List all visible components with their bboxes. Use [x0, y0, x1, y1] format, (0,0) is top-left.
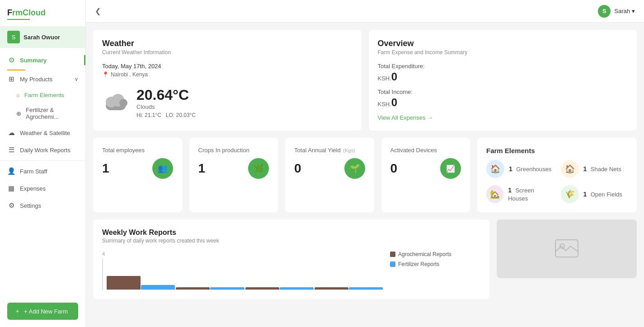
screen-houses-info: 1 Screen Houses: [508, 186, 553, 202]
sidebar-nav: ⊙ Summary ⊞ My Products ∨ ⌂ Farm Element…: [0, 50, 85, 297]
chart-area: 4: [102, 251, 383, 290]
farm-staff-icon: 👤: [7, 167, 15, 175]
sidebar-item-my-products[interactable]: ⊞ My Products ∨: [0, 70, 85, 88]
main-content: ❮ S Sarah ▾ Weather Current Weather Info…: [86, 0, 644, 327]
sidebar-item-label-farm-elements: Farm Elements: [24, 92, 64, 98]
sidebar-item-label-expenses: Expenses: [20, 185, 46, 192]
stat-value-crops: 1: [198, 161, 206, 176]
bar-thu-agro: [315, 287, 348, 290]
user-dropdown[interactable]: Sarah ▾: [614, 8, 635, 14]
chart-bar-group: [107, 276, 383, 290]
weather-info: 20.64°C Clouds Hi: 21.1°C LO: 20.03°C: [136, 87, 196, 118]
stat-icon-crops: 🌿: [248, 158, 269, 179]
stat-value-employees: 1: [102, 161, 109, 176]
chart-bars: [107, 276, 383, 290]
screen-houses-label: Screen Houses: [508, 187, 534, 202]
legend-dot-agro: [390, 252, 395, 257]
bar-thu-fert: [349, 287, 383, 290]
sidebar-item-fertilizer[interactable]: ⊕ Fertilizer & Agrochemi...: [0, 103, 85, 124]
farm-element-open-fields: 🌾 1 Open Fields: [561, 185, 628, 203]
farm-elements-title: Farm Elements: [486, 147, 628, 154]
overview-title: Overview: [378, 39, 628, 48]
overview-card: Overview Farm Expense and Income Summary…: [369, 30, 637, 131]
stat-card-yield: Total Annual Yield (Kgs) 0 🌱: [285, 138, 374, 212]
bar-tue-agro: [176, 287, 210, 290]
sidebar-collapse-button[interactable]: ❮: [95, 7, 101, 15]
add-farm-plus-icon: ＋: [14, 307, 20, 315]
sidebar-item-label-fertilizer: Fertilizer & Agrochemi...: [26, 107, 78, 120]
sidebar-item-label-daily-reports: Daily Work Reports: [20, 147, 71, 154]
sidebar-item-farm-staff[interactable]: 👤 Farm Staff: [0, 163, 85, 180]
stat-value-devices: 0: [390, 161, 398, 176]
sidebar-item-summary[interactable]: ⊙ Summary: [0, 51, 85, 69]
sidebar-item-label-my-products: My Products: [20, 76, 52, 83]
dropdown-chevron-icon: ▾: [632, 8, 635, 14]
screen-houses-count: 1: [508, 187, 512, 194]
weather-cloud-icon: [102, 91, 129, 114]
sidebar-item-settings[interactable]: ⚙ Settings: [0, 197, 85, 214]
weather-main: 20.64°C Clouds Hi: 21.1°C LO: 20.03°C: [102, 87, 353, 118]
greenhouses-label: Greenhouses: [516, 166, 551, 173]
view-expenses-text: View All Expenses →: [378, 114, 433, 121]
stat-card-devices: Activated Devices 0 📈: [381, 138, 470, 212]
expenditure-label: Total Expenditure:: [378, 63, 628, 70]
weather-title: Weather: [102, 39, 353, 48]
fertilizer-icon: ⊕: [16, 110, 21, 117]
farm-elements-card: Farm Elements 🏠 1 Greenhouses 🏠: [477, 138, 637, 212]
user-avatar-sidebar: S: [7, 31, 20, 43]
sidebar-item-label-farm-staff: Farm Staff: [20, 168, 47, 175]
weather-lo: LO: 20.03°C: [166, 112, 196, 118]
legend-label-agro: Agrochemical Reports: [398, 251, 451, 257]
sidebar-item-expenses[interactable]: ▦ Expenses: [0, 180, 85, 197]
stat-value-row-devices: 0 📈: [390, 158, 461, 179]
chart-axis-line: [102, 258, 103, 290]
farm-elements-grid: 🏠 1 Greenhouses 🏠 1 Shade Nets: [486, 160, 628, 203]
app-name: rmCloud: [12, 8, 46, 17]
open-fields-info: 1 Open Fields: [583, 190, 622, 198]
sidebar-user[interactable]: S Sarah Owuor: [0, 26, 85, 48]
legend-area: Agrochemical Reports Fertilizer Reports: [390, 251, 480, 290]
legend-item-agro: Agrochemical Reports: [390, 251, 480, 257]
income-amount: 0: [391, 96, 397, 108]
add-farm-label: + Add New Farm: [24, 308, 68, 315]
nav-divider-1: [0, 160, 85, 161]
bar-mon: [107, 276, 175, 290]
farm-elements-icon: ⌂: [16, 92, 20, 98]
stat-icon-devices: 📈: [440, 158, 461, 179]
bar-thu: [315, 287, 383, 290]
placeholder-icon: [553, 235, 580, 262]
bar-tue-fert: [210, 287, 244, 290]
weather-location: 📍 Nairobi , Kenya: [102, 71, 353, 78]
top-cards-row: Weather Current Weather Information Toda…: [93, 30, 637, 131]
topbar-username: Sarah: [614, 8, 630, 14]
screen-houses-icon: 🏡: [486, 185, 503, 203]
legend-label-fert: Fertilizer Reports: [398, 261, 439, 267]
sidebar-item-label-settings: Settings: [20, 202, 41, 209]
farm-element-screen-houses: 🏡 1 Screen Houses: [486, 185, 554, 203]
stat-label-yield-suffix: (Kgs): [343, 148, 355, 153]
stat-value-yield: 0: [294, 161, 301, 176]
stats-row: Total employees 1 👥 Crops In production …: [93, 138, 637, 212]
view-expenses-link[interactable]: View All Expenses →: [378, 114, 433, 121]
sidebar-item-farm-elements[interactable]: ⌂ Farm Elements: [0, 88, 85, 103]
chart-y-axis-label: 4: [102, 251, 383, 257]
topbar: ❮ S Sarah ▾: [86, 0, 644, 23]
stat-value-row-yield: 0 🌱: [294, 158, 365, 179]
shade-nets-label: Shade Nets: [591, 166, 621, 173]
stat-icon-employees: 👥: [152, 158, 173, 179]
sidebar-item-daily-reports[interactable]: ☰ Daily Work Reports: [0, 141, 85, 159]
overview-subtitle: Farm Expense and Income Summary: [378, 49, 628, 56]
image-placeholder: [497, 220, 637, 278]
bar-chart: [102, 258, 383, 290]
weekly-reports-card: Weekly Work Reports Summary of daily wor…: [93, 220, 489, 299]
expenditure-value: KSH.0: [378, 70, 628, 83]
bar-mon-fert: [141, 285, 175, 290]
weather-description: Clouds: [136, 103, 196, 110]
settings-icon: ⚙: [7, 201, 15, 210]
sidebar-item-label-summary: Summary: [20, 57, 47, 64]
add-farm-button[interactable]: ＋ + Add New Farm: [7, 303, 78, 320]
bottom-row: Weekly Work Reports Summary of daily wor…: [93, 220, 637, 306]
sidebar-item-weather[interactable]: ☁ Weather & Satellite: [0, 124, 85, 141]
shade-nets-info: 1 Shade Nets: [583, 165, 621, 173]
bar-wed-agro: [245, 287, 279, 290]
